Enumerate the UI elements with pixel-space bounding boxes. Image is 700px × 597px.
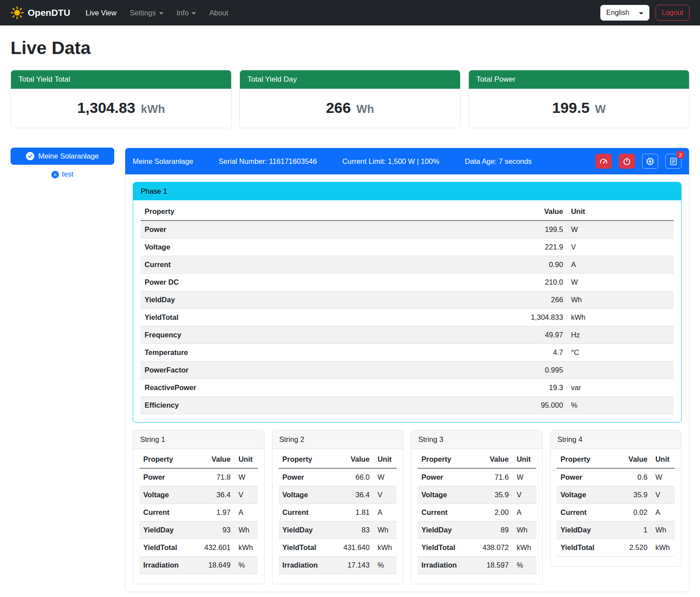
limit-settings-button[interactable]: [595, 154, 612, 169]
column-header-value: Value: [479, 451, 513, 468]
table-row: Voltage36.4V: [139, 486, 258, 504]
value-cell: 0.995: [461, 362, 567, 379]
unit-cell: kWh: [567, 309, 674, 326]
property-cell: Irradiation: [139, 557, 200, 574]
property-cell: Irradiation: [279, 557, 340, 574]
property-cell: Voltage: [279, 486, 340, 504]
inverter-panel: Meine Solaranlage Serial Number: 1161716…: [125, 148, 689, 592]
phase-1-header: Phase 1: [133, 182, 681, 200]
table-row: YieldTotal432.601kWh: [139, 539, 258, 557]
unit-cell: W: [567, 221, 674, 239]
nav-settings[interactable]: Settings: [123, 5, 170, 21]
unit-cell: V: [374, 486, 397, 504]
nav-live-view[interactable]: Live View: [79, 5, 123, 21]
property-cell: YieldTotal: [417, 539, 479, 557]
inverter-selector-sidebar: Meine Solaranlage test: [11, 148, 114, 178]
x-circle-icon: [51, 171, 59, 178]
nav-about[interactable]: About: [203, 5, 235, 21]
table-row: ReactivePower19.3var: [141, 379, 674, 397]
table-row: Voltage35.9V: [557, 486, 675, 504]
column-header-property: Property: [417, 451, 479, 468]
table-row: YieldTotal1,304.833kWh: [141, 309, 674, 326]
unit-cell: V: [567, 239, 674, 256]
card-header: Total Power: [469, 70, 689, 89]
property-cell: PowerFactor: [141, 362, 461, 379]
string-2-table: Property Value Unit Power66.0WVoltage36.…: [279, 451, 397, 574]
property-cell: Power: [279, 468, 340, 486]
value-cell: 18.597: [479, 557, 513, 574]
value-cell: 35.9: [624, 486, 651, 504]
logout-button[interactable]: Logout: [656, 5, 689, 21]
strings-grid: String 1 Property Value Unit: [133, 430, 682, 584]
inverter-panel-body: Phase 1 Property Value Unit Power199.5WV…: [125, 174, 689, 592]
column-header-unit: Unit: [374, 451, 397, 468]
data-age: Data Age: 7 seconds: [465, 157, 532, 166]
property-cell: Temperature: [141, 344, 461, 362]
language-select[interactable]: English: [600, 5, 649, 21]
device-info-button[interactable]: [642, 154, 658, 169]
page-title: Live Data: [11, 38, 689, 58]
top-navbar: OpenDTU Live View Settings Info About En…: [0, 0, 700, 25]
power-toggle-button[interactable]: [619, 154, 635, 169]
value-cell: 1.97: [200, 504, 235, 521]
table-header-row: Property Value Unit: [141, 203, 674, 221]
caret-down-icon: [192, 12, 196, 14]
property-cell: Current: [139, 504, 200, 521]
value-cell: 19.3: [461, 379, 567, 397]
nav-info[interactable]: Info: [170, 5, 203, 21]
unit-cell: Wh: [567, 291, 674, 309]
property-cell: YieldTotal: [141, 309, 461, 326]
value-cell: 49.97: [461, 326, 567, 344]
unit-cell: A: [513, 504, 536, 521]
inverter-select-button-active[interactable]: Meine Solaranlage: [11, 148, 114, 165]
value-cell: 431.640: [339, 539, 374, 557]
table-row: Irradiation18.597%: [417, 557, 536, 574]
table-row: YieldDay83Wh: [279, 521, 397, 539]
table-row: Power199.5W: [141, 221, 674, 239]
table-row: Voltage36.4V: [279, 486, 397, 504]
property-cell: Power: [417, 468, 479, 486]
table-row: YieldDay93Wh: [139, 521, 258, 539]
sun-icon: [11, 6, 24, 19]
total-power-unit: W: [595, 102, 606, 116]
property-cell: YieldTotal: [279, 539, 340, 557]
property-cell: YieldDay: [417, 521, 479, 539]
string-4-card: String 4 Property Value Unit: [550, 430, 682, 567]
table-row: YieldDay1Wh: [557, 521, 675, 539]
event-log-button[interactable]: 2: [665, 154, 682, 169]
table-row: Current2.00A: [417, 504, 536, 521]
property-cell: Voltage: [141, 239, 461, 256]
total-power-card: Total Power 199.5 W: [468, 70, 689, 128]
brand-logo[interactable]: OpenDTU: [11, 6, 70, 19]
table-row: Irradiation17.143%: [279, 557, 397, 574]
value-cell: 0.90: [461, 256, 567, 274]
column-header-property: Property: [557, 451, 625, 468]
table-row: Irradiation18.649%: [139, 557, 258, 574]
table-header-row: Property Value Unit: [417, 451, 536, 468]
property-cell: Efficiency: [141, 397, 461, 414]
string-4-header: String 4: [551, 431, 682, 449]
table-row: Current0.02A: [557, 504, 675, 521]
gauge-icon: [599, 157, 608, 166]
total-yield-total-unit: kWh: [141, 102, 165, 116]
unit-cell: %: [235, 557, 258, 574]
caret-down-icon: [639, 12, 643, 14]
unit-cell: W: [513, 468, 536, 486]
serial-number: Serial Number: 116171603546: [219, 157, 317, 166]
table-row: YieldTotal431.640kWh: [279, 539, 397, 557]
table-header-row: Property Value Unit: [279, 451, 397, 468]
table-row: YieldTotal2.520kWh: [557, 539, 675, 557]
property-cell: YieldDay: [279, 521, 340, 539]
unit-cell: A: [651, 504, 675, 521]
value-cell: 221.9: [461, 239, 567, 256]
column-header-value: Value: [200, 451, 235, 468]
unit-cell: %: [567, 397, 674, 414]
value-cell: 2.00: [479, 504, 513, 521]
string-4-table: Property Value Unit Power0.6WVoltage35.9…: [557, 451, 675, 557]
property-cell: Power: [557, 468, 625, 486]
table-row: Frequency49.97Hz: [141, 326, 674, 344]
value-cell: 438.072: [479, 539, 513, 557]
unit-cell: A: [567, 256, 674, 274]
inverter-select-button-test[interactable]: test: [11, 170, 114, 178]
brand-title: OpenDTU: [28, 7, 70, 18]
